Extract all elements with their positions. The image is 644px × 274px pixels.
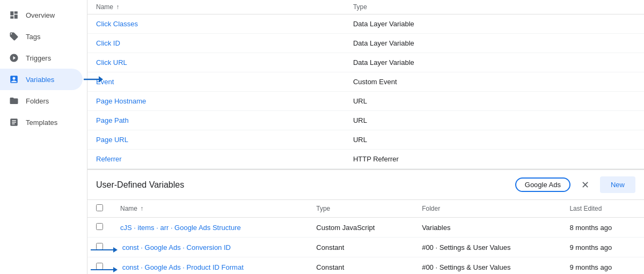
select-all-header <box>87 200 112 218</box>
tag-icon <box>9 31 19 42</box>
variable-type-cell: Data Layer Variable <box>345 53 644 72</box>
variable-name-cell: Click URL <box>87 53 345 72</box>
overview-icon <box>9 10 19 20</box>
sidebar-item-variables[interactable]: Variables <box>0 69 83 90</box>
sidebar-item-templates[interactable]: Templates <box>0 112 83 133</box>
table-row: Referrer HTTP Referrer <box>87 150 644 169</box>
variable-name-cell: Event <box>87 72 345 92</box>
search-badge: Google Ads <box>515 177 570 192</box>
table-row: Click Classes Data Layer Variable <box>87 14 644 34</box>
udv-name-cell: cJS · items · arr · Google Ads Structure <box>112 218 308 238</box>
row-checkbox-0[interactable] <box>96 223 103 230</box>
svg-marker-5 <box>113 267 118 272</box>
sidebar-item-label: Variables <box>26 76 54 84</box>
udv-type-cell: Constant <box>308 257 413 275</box>
sidebar: Overview Tags Triggers Variables Folders <box>0 0 87 274</box>
sidebar-item-tags[interactable]: Tags <box>0 26 83 47</box>
svg-marker-3 <box>113 247 118 253</box>
table-row: Click URL Data Layer Variable <box>87 53 644 72</box>
select-all-checkbox[interactable] <box>96 204 103 211</box>
udv-name-cell: const · Google Ads · Conversion ID <box>112 238 308 257</box>
udv-folder-header: Folder <box>413 200 561 218</box>
variable-name-link[interactable]: Click URL <box>96 58 127 66</box>
variable-type-cell: Data Layer Variable <box>345 14 644 34</box>
udv-type-header: Type <box>308 200 413 218</box>
udv-lastedited-cell: 8 months ago <box>561 218 644 238</box>
variable-name-cell: Click ID <box>87 34 345 53</box>
udv-section: User-Defined Variables Google Ads ✕ New … <box>87 169 644 274</box>
udv-type-cell: Constant <box>308 238 413 257</box>
udv-table-row: const · Google Ads · Conversion ID Const… <box>87 238 644 257</box>
udv-folder-cell: Variables <box>413 218 561 238</box>
sidebar-item-label: Overview <box>26 11 55 19</box>
udv-lastedited-header: Last Edited <box>561 200 644 218</box>
udv-name-header[interactable]: Name ↑ <box>112 200 308 218</box>
udv-table: Name ↑ Type Folder Last Edited <box>87 200 644 274</box>
variable-name-cell: Page Path <box>87 111 345 130</box>
variable-name-cell: Page Hostname <box>87 92 345 111</box>
variable-icon <box>9 74 19 85</box>
name-column-header[interactable]: Name ↑ <box>87 0 345 14</box>
new-variable-button[interactable]: New <box>600 176 635 193</box>
close-search-button[interactable]: ✕ <box>579 177 591 193</box>
variable-name-cell: Click Classes <box>87 14 345 34</box>
udv-header: User-Defined Variables Google Ads ✕ New <box>87 170 644 200</box>
udv-table-row: cJS · items · arr · Google Ads Structure… <box>87 218 644 238</box>
sort-icon: ↑ <box>116 3 119 11</box>
variable-type-cell: HTTP Referrer <box>345 150 644 169</box>
udv-name-link[interactable]: const · Google Ads · Conversion ID <box>122 243 231 251</box>
udv-table-row: const · Google Ads · Product ID Format C… <box>87 257 644 275</box>
udv-sort-icon: ↑ <box>140 205 143 212</box>
udv-folder-cell: #00 · Settings & User Values <box>413 238 561 257</box>
variable-name-link[interactable]: Page Hostname <box>96 97 146 105</box>
sidebar-item-overview[interactable]: Overview <box>0 4 83 26</box>
variable-name-link[interactable]: Page URL <box>96 136 128 144</box>
sidebar-item-folders[interactable]: Folders <box>0 90 83 112</box>
variable-name-link[interactable]: Click ID <box>96 39 120 47</box>
variable-name-link[interactable]: Page Path <box>96 116 129 124</box>
variable-type-cell: URL <box>345 111 644 130</box>
table-row: Click ID Data Layer Variable <box>87 34 644 53</box>
sidebar-arrow <box>84 73 103 85</box>
udv-title: User-Defined Variables <box>96 180 507 190</box>
table-row: Page Path URL <box>87 111 644 130</box>
template-icon <box>9 117 19 128</box>
udv-type-cell: Custom JavaScript <box>308 218 413 238</box>
variable-type-cell: URL <box>345 92 644 111</box>
variable-name-cell: Referrer <box>87 150 345 169</box>
table-row: Page Hostname URL <box>87 92 644 111</box>
table-row: Event Custom Event <box>87 72 644 92</box>
variable-type-cell: Data Layer Variable <box>345 34 644 53</box>
udv-lastedited-cell: 9 months ago <box>561 257 644 275</box>
row-checkbox-cell <box>87 218 112 238</box>
sidebar-item-label: Tags <box>26 33 40 41</box>
row-arrow <box>91 265 118 274</box>
variable-name-link[interactable]: Referrer <box>96 155 122 163</box>
variable-name-cell: Page URL <box>87 130 345 150</box>
main-content: Name ↑ Type Click Classes Data Layer Var… <box>87 0 644 274</box>
trigger-icon <box>9 53 19 63</box>
udv-name-link[interactable]: cJS · items · arr · Google Ads Structure <box>120 224 241 232</box>
type-column-header: Type <box>345 0 644 14</box>
sidebar-item-label: Triggers <box>26 54 51 62</box>
builtin-variables-table: Name ↑ Type Click Classes Data Layer Var… <box>87 0 644 169</box>
row-arrow <box>91 246 118 254</box>
table-row: Page URL URL <box>87 130 644 150</box>
udv-name-link[interactable]: const · Google Ads · Product ID Format <box>122 263 244 271</box>
udv-lastedited-cell: 9 months ago <box>561 238 644 257</box>
udv-folder-cell: #00 · Settings & User Values <box>413 257 561 275</box>
sidebar-item-triggers[interactable]: Triggers <box>0 47 83 69</box>
variable-type-cell: Custom Event <box>345 72 644 92</box>
svg-marker-1 <box>99 76 103 83</box>
variable-name-link[interactable]: Click Classes <box>96 20 138 28</box>
udv-name-cell: const · Google Ads · Product ID Format <box>112 257 308 275</box>
variable-type-cell: URL <box>345 130 644 150</box>
sidebar-item-label: Folders <box>26 97 49 105</box>
folder-icon <box>9 95 19 106</box>
sidebar-item-label: Templates <box>26 119 57 127</box>
